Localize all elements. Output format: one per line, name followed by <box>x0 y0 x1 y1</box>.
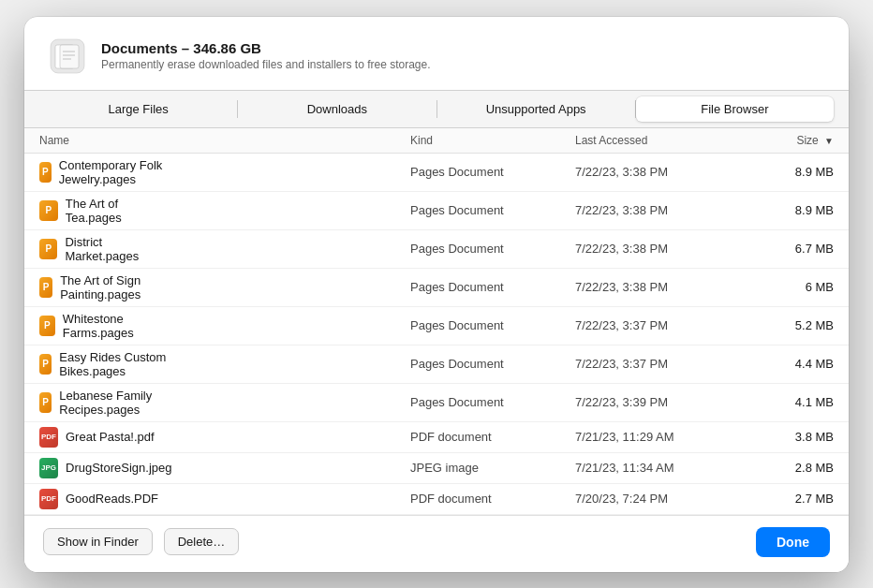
file-icon: PDF <box>39 489 58 509</box>
file-kind-cell: Pages Document <box>395 306 560 345</box>
file-accessed-cell: 7/20/23, 7:24 PM <box>560 483 742 514</box>
table-row[interactable]: PDistrict Market.pagesPages Document7/22… <box>24 229 849 268</box>
file-name-text: District Market.pages <box>65 235 176 263</box>
file-size-cell: 4.4 MB <box>742 345 849 383</box>
file-kind-cell: PDF document <box>395 421 560 452</box>
file-size-cell: 5.2 MB <box>742 306 849 345</box>
tab-unsupported-apps[interactable]: Unsupported Apps <box>437 96 635 122</box>
table-row[interactable]: PThe Art of Sign Painting.pagesPages Doc… <box>24 268 849 306</box>
file-name-text: Easy Rides Custom Bikes.pages <box>59 350 176 378</box>
table-row[interactable]: PWhitestone Farms.pagesPages Document7/2… <box>24 306 849 345</box>
file-kind-cell: Pages Document <box>395 191 560 229</box>
file-size-cell: 8.9 MB <box>742 153 849 191</box>
table-row[interactable]: PDFGoodReads.PDFPDF document7/20/23, 7:2… <box>24 483 849 514</box>
file-icon: P <box>39 392 52 413</box>
table-row[interactable]: PContemporary Folk Jewelry.pagesPages Do… <box>24 153 849 191</box>
file-name-cell: PEasy Rides Custom Bikes.pages <box>24 345 191 383</box>
file-accessed-cell: 7/22/23, 3:37 PM <box>560 306 742 345</box>
file-table-container: Name Kind Last Accessed Size ▼ PContempo… <box>24 128 849 515</box>
table-row[interactable]: PDFGreat Pasta!.pdfPDF document7/21/23, … <box>24 421 849 452</box>
tabs-bar: Large Files Downloads Unsupported Apps F… <box>24 90 849 128</box>
file-name-cell: JPGDrugStoreSign.jpeg <box>24 453 191 483</box>
done-button[interactable]: Done <box>756 527 830 557</box>
file-icon: P <box>39 277 52 298</box>
file-name-cell: PDistrict Market.pages <box>24 230 191 268</box>
file-accessed-cell: 7/22/23, 3:38 PM <box>560 191 742 229</box>
file-accessed-cell: 7/22/23, 3:38 PM <box>560 153 742 191</box>
file-table: Name Kind Last Accessed Size ▼ PContempo… <box>24 128 849 515</box>
file-accessed-cell: 7/22/23, 3:37 PM <box>560 345 742 383</box>
tab-file-browser[interactable]: File Browser <box>636 96 834 122</box>
col-header-name: Name <box>24 128 395 154</box>
col-header-kind: Kind <box>395 128 560 154</box>
file-accessed-cell: 7/22/23, 3:38 PM <box>560 268 742 306</box>
file-name-text: Whitestone Farms.pages <box>63 312 176 340</box>
file-kind-cell: Pages Document <box>395 153 560 191</box>
header-text-group: Documents – 346.86 GB Permanently erase … <box>101 40 431 71</box>
file-name-cell: PDFGoodReads.PDF <box>24 484 191 514</box>
file-icon: P <box>39 354 52 375</box>
tab-downloads[interactable]: Downloads <box>238 96 436 122</box>
file-name-text: Contemporary Folk Jewelry.pages <box>59 158 176 186</box>
file-name-cell: PContemporary Folk Jewelry.pages <box>24 154 191 191</box>
file-name-text: The Art of Tea.pages <box>66 197 176 225</box>
file-kind-cell: Pages Document <box>395 229 560 268</box>
file-accessed-cell: 7/22/23, 3:39 PM <box>560 383 742 421</box>
file-name-text: The Art of Sign Painting.pages <box>60 273 176 301</box>
file-size-cell: 2.8 MB <box>742 452 849 483</box>
file-icon: P <box>39 200 58 221</box>
file-size-cell: 8.9 MB <box>742 191 849 229</box>
file-icon: P <box>39 162 52 183</box>
show-in-finder-button[interactable]: Show in Finder <box>43 528 153 555</box>
file-kind-cell: JPEG image <box>395 452 560 483</box>
file-size-cell: 6 MB <box>742 268 849 306</box>
file-icon: PDF <box>39 427 58 448</box>
file-icon: P <box>39 316 55 336</box>
file-size-cell: 6.7 MB <box>742 229 849 268</box>
svg-rect-2 <box>60 45 79 68</box>
table-body: PContemporary Folk Jewelry.pagesPages Do… <box>24 153 849 514</box>
footer-left-buttons: Show in Finder Delete… <box>43 528 239 555</box>
file-kind-cell: PDF document <box>395 483 560 514</box>
file-accessed-cell: 7/21/23, 11:29 AM <box>560 421 742 452</box>
file-name-text: Lebanese Family Recipes.pages <box>59 389 176 417</box>
file-kind-cell: Pages Document <box>395 345 560 383</box>
file-name-cell: PThe Art of Sign Painting.pages <box>24 269 191 306</box>
file-name-cell: PLebanese Family Recipes.pages <box>24 384 191 421</box>
file-icon: P <box>39 239 57 259</box>
table-row[interactable]: PEasy Rides Custom Bikes.pagesPages Docu… <box>24 345 849 383</box>
table-row[interactable]: PThe Art of Tea.pagesPages Document7/22/… <box>24 191 849 229</box>
file-name-cell: PThe Art of Tea.pages <box>24 192 191 229</box>
file-name-text: Great Pasta!.pdf <box>66 430 155 444</box>
file-name-cell: PDFGreat Pasta!.pdf <box>24 422 191 452</box>
table-header-row: Name Kind Last Accessed Size ▼ <box>24 128 849 154</box>
table-row[interactable]: JPGDrugStoreSign.jpegJPEG image7/21/23, … <box>24 452 849 483</box>
col-header-size[interactable]: Size ▼ <box>742 128 849 154</box>
file-accessed-cell: 7/22/23, 3:38 PM <box>560 229 742 268</box>
main-dialog: Documents – 346.86 GB Permanently erase … <box>24 17 849 572</box>
file-name-text: DrugStoreSign.jpeg <box>66 461 171 475</box>
documents-icon <box>47 36 88 77</box>
dialog-footer: Show in Finder Delete… Done <box>24 515 849 572</box>
col-header-accessed: Last Accessed <box>560 128 742 154</box>
file-kind-cell: Pages Document <box>395 268 560 306</box>
dialog-subtitle: Permanently erase downloaded files and i… <box>101 58 431 71</box>
table-row[interactable]: PLebanese Family Recipes.pagesPages Docu… <box>24 383 849 421</box>
file-kind-cell: Pages Document <box>395 383 560 421</box>
file-name-cell: PWhitestone Farms.pages <box>24 307 191 345</box>
tab-large-files[interactable]: Large Files <box>39 96 237 122</box>
dialog-header: Documents – 346.86 GB Permanently erase … <box>24 17 849 90</box>
dialog-title: Documents – 346.86 GB <box>101 40 431 56</box>
file-size-cell: 3.8 MB <box>742 421 849 452</box>
file-size-cell: 2.7 MB <box>742 483 849 514</box>
file-accessed-cell: 7/21/23, 11:34 AM <box>560 452 742 483</box>
file-icon: JPG <box>39 458 58 478</box>
file-size-cell: 4.1 MB <box>742 383 849 421</box>
sort-arrow-icon: ▼ <box>824 136 834 146</box>
file-name-text: GoodReads.PDF <box>66 492 158 506</box>
delete-button[interactable]: Delete… <box>164 528 240 555</box>
